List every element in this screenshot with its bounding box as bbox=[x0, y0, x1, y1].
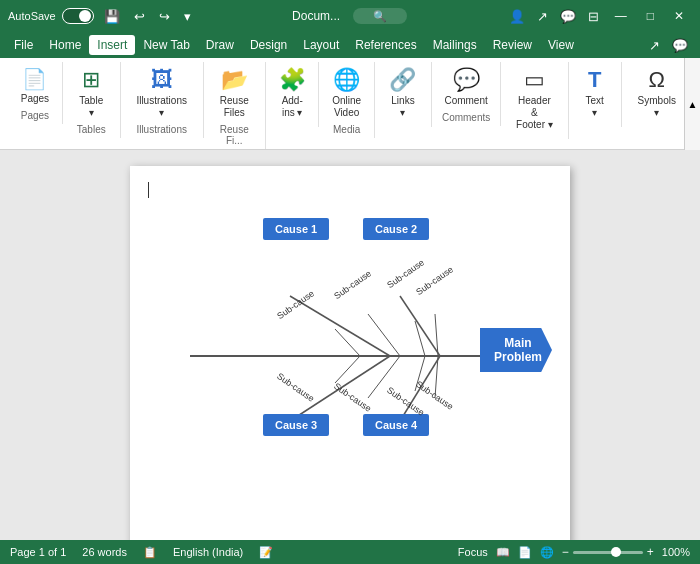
status-bar: Page 1 of 1 26 words 📋 English (India) 📝… bbox=[0, 540, 700, 564]
text-icon: T bbox=[588, 67, 601, 93]
addins-button[interactable]: 🧩 Add-ins ▾ bbox=[273, 64, 312, 122]
ribbon-group-tables-items: ⊞ Table ▾ bbox=[71, 64, 112, 122]
ribbon-comments-icon[interactable]: 💬 bbox=[666, 36, 694, 55]
comment-icon: 💬 bbox=[453, 67, 480, 93]
title-bar-right: 👤 ↗ 💬 ⊟ — □ ✕ bbox=[505, 7, 692, 26]
menu-references[interactable]: References bbox=[347, 35, 424, 55]
share-icon[interactable]: ↗ bbox=[533, 7, 552, 26]
comments-icon[interactable]: 💬 bbox=[556, 7, 580, 26]
reuse-files-icon: 📂 bbox=[221, 67, 248, 93]
svg-line-6 bbox=[335, 329, 360, 356]
header-footer-icon: ▭ bbox=[524, 67, 545, 93]
reuse-files-button[interactable]: 📂 ReuseFiles bbox=[214, 64, 255, 122]
ribbon-group-comments-items: 💬 Comment bbox=[438, 64, 493, 110]
reusefiles-group-label: Reuse Fi... bbox=[212, 124, 257, 149]
content-area: Cause 1 Cause 2 Cause 3 Cause 4 MainProb… bbox=[0, 150, 700, 540]
svg-line-3 bbox=[400, 296, 440, 356]
main-problem-box: MainProblem bbox=[480, 328, 552, 372]
ribbon-toggle-icon[interactable]: ⊟ bbox=[584, 7, 603, 26]
pages-button[interactable]: 📄 Pages bbox=[15, 64, 55, 108]
table-button[interactable]: ⊞ Table ▾ bbox=[71, 64, 112, 122]
menu-draw[interactable]: Draw bbox=[198, 35, 242, 55]
ribbon-group-header-footer: ▭ Header &Footer ▾ bbox=[501, 62, 569, 139]
text-label: Text ▾ bbox=[583, 95, 607, 119]
zoom-thumb bbox=[611, 547, 621, 557]
table-label: Table ▾ bbox=[77, 95, 106, 119]
status-bar-right: Focus 📖 📄 🌐 − + 100% bbox=[458, 545, 690, 559]
zoom-slider[interactable]: − + bbox=[562, 545, 654, 559]
menu-view[interactable]: View bbox=[540, 35, 582, 55]
maximize-button[interactable]: □ bbox=[639, 7, 662, 25]
menu-home[interactable]: Home bbox=[41, 35, 89, 55]
view-print-icon[interactable]: 📄 bbox=[518, 546, 532, 559]
language[interactable]: English (India) bbox=[173, 546, 243, 558]
menu-bar: File Home Insert New Tab Draw Design Lay… bbox=[0, 32, 700, 58]
view-read-icon[interactable]: 📖 bbox=[496, 546, 510, 559]
zoom-level[interactable]: 100% bbox=[662, 546, 690, 558]
zoom-out-icon[interactable]: − bbox=[562, 545, 569, 559]
header-footer-label: Header &Footer ▾ bbox=[515, 95, 554, 131]
pages-icon: 📄 bbox=[22, 67, 47, 91]
text-button[interactable]: T Text ▾ bbox=[577, 64, 613, 122]
undo-icon[interactable]: ↩ bbox=[130, 7, 149, 26]
save-icon[interactable]: 💾 bbox=[100, 7, 124, 26]
menu-review[interactable]: Review bbox=[485, 35, 540, 55]
menu-newtab[interactable]: New Tab bbox=[135, 35, 197, 55]
ribbon-group-symbols-items: Ω Symbols ▾ bbox=[630, 64, 684, 122]
close-button[interactable]: ✕ bbox=[666, 7, 692, 25]
view-web-icon[interactable]: 🌐 bbox=[540, 546, 554, 559]
document-title: Docum... 🔍 bbox=[195, 9, 505, 23]
profile-icon[interactable]: 👤 bbox=[505, 7, 529, 26]
search-bar[interactable]: 🔍 bbox=[353, 8, 407, 24]
zoom-in-icon[interactable]: + bbox=[647, 545, 654, 559]
illustrations-button[interactable]: 🖼 Illustrations ▾ bbox=[129, 64, 195, 122]
ribbon-share-icon[interactable]: ↗ bbox=[643, 36, 666, 55]
reuse-files-label: ReuseFiles bbox=[220, 95, 249, 119]
menu-design[interactable]: Design bbox=[242, 35, 295, 55]
links-button[interactable]: 🔗 Links ▾ bbox=[383, 64, 423, 122]
online-video-button[interactable]: 🌐 OnlineVideo bbox=[326, 64, 367, 122]
page-count[interactable]: Page 1 of 1 bbox=[10, 546, 66, 558]
header-footer-button[interactable]: ▭ Header &Footer ▾ bbox=[509, 64, 560, 134]
ribbon-group-reusefiles-items: 📂 ReuseFiles bbox=[214, 64, 255, 122]
ribbon-group-tables: ⊞ Table ▾ Tables bbox=[63, 62, 121, 138]
ribbon-group-pages: 📄 Pages Pages bbox=[8, 62, 63, 124]
menu-layout[interactable]: Layout bbox=[295, 35, 347, 55]
track-changes-icon[interactable]: 📝 bbox=[259, 546, 273, 559]
redo-icon[interactable]: ↪ bbox=[155, 7, 174, 26]
word-count[interactable]: 26 words bbox=[82, 546, 127, 558]
ribbon-group-addins: 🧩 Add-ins ▾ bbox=[266, 62, 320, 127]
ribbon-group-pages-items: 📄 Pages bbox=[15, 64, 55, 108]
symbols-button[interactable]: Ω Symbols ▾ bbox=[630, 64, 684, 122]
autosave-toggle[interactable] bbox=[62, 8, 94, 24]
title-bar-left: AutoSave 💾 ↩ ↪ ▾ bbox=[8, 7, 195, 26]
online-video-label: OnlineVideo bbox=[332, 95, 361, 119]
comment-button[interactable]: 💬 Comment bbox=[438, 64, 493, 110]
table-icon: ⊞ bbox=[82, 67, 100, 93]
menu-insert[interactable]: Insert bbox=[89, 35, 135, 55]
cause3-box: Cause 3 bbox=[263, 414, 329, 436]
menu-file[interactable]: File bbox=[6, 35, 41, 55]
minimize-button[interactable]: — bbox=[607, 7, 635, 25]
pages-label: Pages bbox=[21, 93, 49, 105]
ribbon-group-illustrations: 🖼 Illustrations ▾ Illustrations bbox=[121, 62, 204, 138]
ribbon-group-links: 🔗 Links ▾ bbox=[375, 62, 432, 127]
document-page: Cause 1 Cause 2 Cause 3 Cause 4 MainProb… bbox=[130, 166, 570, 540]
menu-mailings[interactable]: Mailings bbox=[425, 35, 485, 55]
proofing-icon[interactable]: 📋 bbox=[143, 546, 157, 559]
autosave-label: AutoSave bbox=[8, 10, 56, 22]
ribbon-group-symbols: Ω Symbols ▾ bbox=[622, 62, 692, 127]
symbols-label: Symbols ▾ bbox=[636, 95, 678, 119]
illustrations-group-label: Illustrations bbox=[136, 124, 187, 138]
fishbone-diagram bbox=[130, 166, 530, 506]
ribbon-group-media-items: 🌐 OnlineVideo bbox=[326, 64, 367, 122]
ribbon-scroll-arrow[interactable]: ▲ bbox=[684, 58, 700, 150]
customize-icon[interactable]: ▾ bbox=[180, 7, 195, 26]
ribbon-group-reusefiles: 📂 ReuseFiles Reuse Fi... bbox=[204, 62, 266, 149]
focus-mode[interactable]: Focus bbox=[458, 546, 488, 558]
ribbon-group-text: T Text ▾ bbox=[569, 62, 622, 127]
ribbon-groups: 📄 Pages Pages ⊞ Table ▾ Tables bbox=[8, 62, 692, 149]
addins-label: Add-ins ▾ bbox=[282, 95, 303, 119]
ribbon-group-text-items: T Text ▾ bbox=[577, 64, 613, 122]
cause1-box: Cause 1 bbox=[263, 218, 329, 240]
